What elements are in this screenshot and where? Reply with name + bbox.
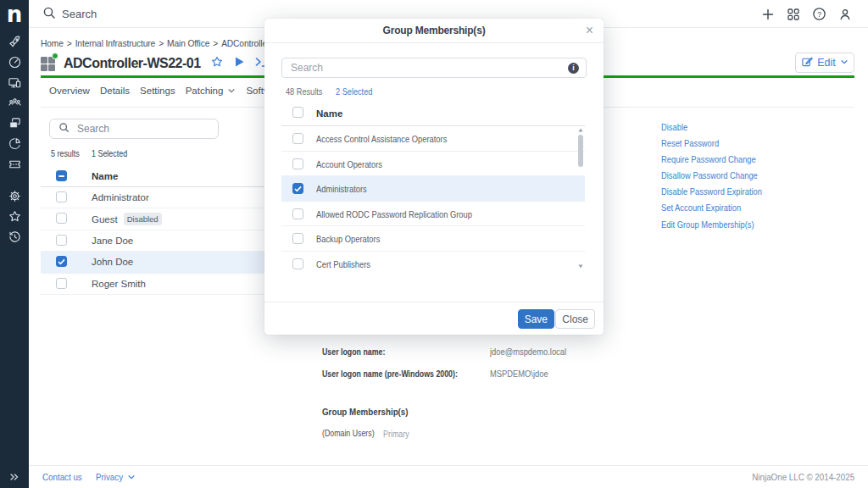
- row-checkbox[interactable]: [292, 208, 303, 219]
- row-checkbox[interactable]: [56, 213, 67, 224]
- save-button[interactable]: Save: [518, 309, 554, 329]
- results-count: 5 results: [51, 148, 85, 158]
- action-edit-group-membership[interactable]: Edit Group Membership(s): [661, 219, 780, 236]
- group-membership-modal: Group Membership(s) × Search i 48 Result…: [264, 19, 604, 335]
- modal-title: Group Membership(s): [264, 19, 604, 43]
- select-all-checkbox[interactable]: [56, 170, 67, 181]
- row-checkbox[interactable]: [56, 256, 67, 267]
- contact-us-link[interactable]: Contact us: [42, 472, 89, 482]
- table-row[interactable]: Administrator: [41, 187, 295, 208]
- run-play-icon[interactable]: [234, 56, 245, 71]
- edit-pencil-icon: [801, 56, 813, 70]
- group-row[interactable]: Backup Operators: [281, 226, 585, 252]
- history-icon[interactable]: [0, 226, 29, 247]
- selected-count: 1 Selected: [92, 148, 134, 158]
- select-all-checkbox[interactable]: [292, 107, 303, 118]
- modal-results-count: 48 Results: [286, 86, 329, 97]
- privacy-link[interactable]: Privacy: [96, 472, 136, 482]
- tab-patching[interactable]: Patching: [186, 86, 236, 96]
- info-icon[interactable]: i: [568, 63, 579, 74]
- scrollbar[interactable]: [578, 128, 584, 269]
- row-checkbox[interactable]: [56, 278, 67, 289]
- sidebar: n: [0, 0, 29, 488]
- modal-header: Group Membership(s) ×: [264, 19, 604, 43]
- table-row[interactable]: GuestDisabled: [41, 208, 295, 230]
- group-row[interactable]: Cert Publishers: [281, 252, 585, 272]
- sidebar-expand-button[interactable]: [0, 471, 29, 483]
- modal-table-header: Name: [281, 102, 585, 125]
- membership-name: (Domain Users): [322, 428, 387, 438]
- modal-footer: Save Close: [264, 302, 604, 335]
- search-placeholder: Search: [62, 8, 97, 20]
- breadcrumb-org[interactable]: Internal Infrastructure: [75, 39, 156, 48]
- close-button[interactable]: Close: [555, 309, 595, 329]
- row-checkbox[interactable]: [292, 133, 303, 144]
- windows-os-icon: [41, 56, 56, 71]
- edit-button[interactable]: Edit: [795, 53, 854, 73]
- detail-value: jdoe@mspdemo.local: [490, 347, 580, 357]
- add-icon[interactable]: [761, 8, 775, 21]
- favorites-icon[interactable]: [0, 206, 29, 226]
- table-row[interactable]: Jane Doe: [41, 230, 295, 252]
- user-icon[interactable]: [838, 8, 852, 21]
- tab-details[interactable]: Details: [100, 86, 130, 96]
- rocket-icon[interactable]: [0, 31, 29, 52]
- breadcrumb-location[interactable]: Main Office: [167, 39, 209, 48]
- row-checkbox[interactable]: [292, 258, 303, 269]
- detail-value: MSPDEMO\jdoe: [490, 369, 559, 379]
- scroll-up-icon[interactable]: [578, 128, 583, 132]
- ninjaone-logo[interactable]: n: [0, 2, 29, 27]
- membership-primary-tag: Primary: [383, 429, 414, 439]
- row-checkbox[interactable]: [292, 158, 303, 169]
- row-checkbox[interactable]: [56, 191, 67, 202]
- action-disallow-password-change[interactable]: Disallow Password Change: [661, 170, 780, 186]
- action-set-account-expiration[interactable]: Set Account Expiration: [661, 202, 780, 219]
- group-membership-section-title: Group Membership(s): [322, 407, 423, 417]
- close-icon[interactable]: ×: [586, 19, 593, 42]
- group-row[interactable]: Account Operators: [281, 152, 585, 177]
- group-row-selected[interactable]: Administrators: [281, 176, 585, 202]
- reports-icon[interactable]: [0, 133, 29, 153]
- modal-search[interactable]: Search i: [281, 58, 587, 78]
- global-search[interactable]: Search: [42, 0, 97, 28]
- svg-text:?: ?: [817, 10, 821, 19]
- row-checkbox[interactable]: [292, 183, 303, 194]
- favorite-star-icon[interactable]: [210, 55, 224, 72]
- scrollbar-thumb[interactable]: [578, 135, 583, 167]
- settings-icon[interactable]: [0, 186, 29, 206]
- ninjaone-app: n: [0, 0, 868, 488]
- layers-icon[interactable]: [0, 113, 29, 133]
- action-require-password-change[interactable]: Require Password Change: [661, 154, 780, 170]
- user-table-header: Name: [41, 166, 295, 187]
- help-icon[interactable]: ?: [812, 7, 826, 21]
- end-users-icon[interactable]: [0, 92, 29, 113]
- detail-label: User logon name (pre-Windows 2000):: [322, 369, 492, 379]
- dashboard-icon[interactable]: [0, 52, 29, 72]
- tab-overview[interactable]: Overview: [49, 86, 90, 96]
- chevron-down-icon: [840, 57, 849, 69]
- tab-settings[interactable]: Settings: [140, 86, 175, 96]
- copyright: NinjaOne LLC © 2014-2025: [734, 472, 854, 482]
- table-row[interactable]: Roger Smith: [41, 274, 295, 295]
- row-checkbox[interactable]: [292, 233, 303, 244]
- modal-selected-count[interactable]: 2 Selected: [336, 86, 379, 97]
- action-disable-password-expiration[interactable]: Disable Password Expiration: [661, 186, 780, 202]
- devices-icon[interactable]: [0, 72, 29, 92]
- detail-label: User logon name:: [322, 347, 401, 357]
- action-reset-password[interactable]: Reset Password: [661, 138, 780, 154]
- apps-grid-icon[interactable]: [787, 8, 800, 21]
- page-title: ADController-WS22-01: [64, 56, 201, 71]
- action-disable[interactable]: Disable: [661, 122, 780, 138]
- user-list-search[interactable]: Search: [49, 119, 219, 139]
- group-row[interactable]: Access Control Assistance Operators: [281, 126, 585, 152]
- online-status-dot: [52, 53, 58, 59]
- group-row[interactable]: Allowed RODC Password Replication Group: [281, 202, 585, 227]
- disabled-badge: Disabled: [124, 213, 162, 225]
- row-checkbox[interactable]: [56, 235, 67, 246]
- table-row-selected[interactable]: John Doe: [41, 252, 295, 273]
- scroll-down-icon[interactable]: [578, 264, 583, 269]
- footer: Contact us Privacy NinjaOne LLC © 2014-2…: [29, 465, 868, 488]
- user-actions: Disable Reset Password Require Password …: [661, 122, 780, 236]
- breadcrumb-home[interactable]: Home: [41, 39, 64, 48]
- ticketing-icon[interactable]: [0, 153, 29, 174]
